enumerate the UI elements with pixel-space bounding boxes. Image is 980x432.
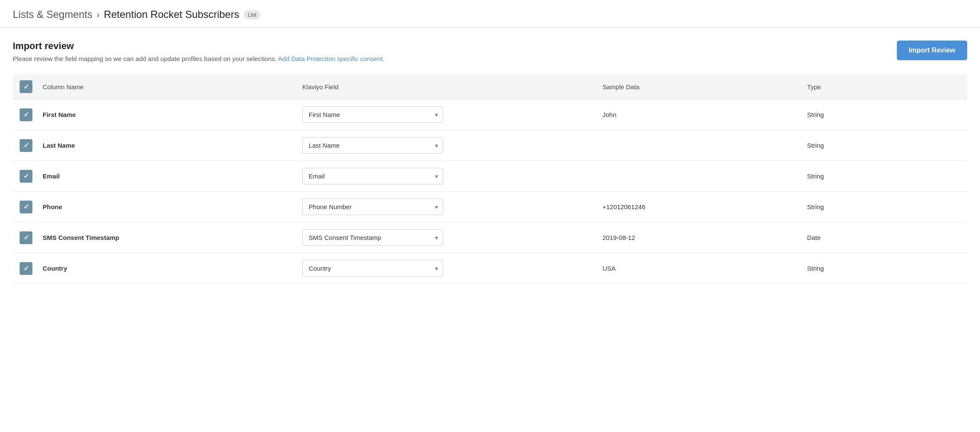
klaviyo-field-select[interactable]: Phone Number [302,198,443,215]
row-column-name: Last Name [36,130,296,161]
table-row: Last NameLast Name▾String [13,130,967,161]
row-type: String [800,192,967,222]
breadcrumb-arrow: › [97,10,100,20]
breadcrumb: Lists & Segments › Retention Rocket Subs… [0,0,980,28]
table-row: First NameFirst Name▾JohnString [13,99,967,130]
table-row: EmailEmail▾String [13,161,967,192]
row-checkbox[interactable] [20,170,32,183]
import-review-text: Import review Please review the field ma… [13,41,384,62]
row-sample-data: John [596,99,800,130]
header-checkbox-cell [13,74,36,99]
row-sample-data: +12012061246 [596,192,800,222]
row-klaviyo-field[interactable]: Last Name▾ [296,130,596,161]
import-review-button[interactable]: Import Review [897,41,967,60]
header-klaviyo-field: Klaviyo Field [296,74,596,99]
import-review-description: Please review the field mapping so we ca… [13,55,384,62]
row-checkbox[interactable] [20,231,32,244]
row-column-name: SMS Consent Timestamp [36,222,296,253]
import-review-title: Import review [13,41,384,52]
table-row: SMS Consent TimestampSMS Consent Timesta… [13,222,967,253]
row-column-name: Country [36,253,296,284]
row-checkbox-cell [13,99,36,130]
row-sample-data: 2019-08-12 [596,222,800,253]
row-checkbox[interactable] [20,108,32,121]
row-type: String [800,130,967,161]
table-row: CountryCountry▾USAString [13,253,967,284]
header-sample-data: Sample Data [596,74,800,99]
row-checkbox-cell [13,253,36,284]
table-header-row: Column Name Klaviyo Field Sample Data Ty… [13,74,967,99]
row-klaviyo-field[interactable]: First Name▾ [296,99,596,130]
row-type: Date [800,222,967,253]
row-klaviyo-field[interactable]: SMS Consent Timestamp▾ [296,222,596,253]
row-sample-data [596,161,800,192]
header-column-name: Column Name [36,74,296,99]
header-type: Type [800,74,967,99]
breadcrumb-current: Retention Rocket Subscribers [104,9,239,20]
row-type: String [800,253,967,284]
row-checkbox[interactable] [20,201,32,213]
breadcrumb-parent[interactable]: Lists & Segments [13,9,93,20]
header-checkbox[interactable] [20,80,32,93]
mapping-table: Column Name Klaviyo Field Sample Data Ty… [13,74,967,284]
list-badge: List [244,10,261,19]
row-checkbox-cell [13,161,36,192]
main-content: Import review Please review the field ma… [0,28,980,297]
row-klaviyo-field[interactable]: Email▾ [296,161,596,192]
row-checkbox-cell [13,130,36,161]
klaviyo-field-select[interactable]: SMS Consent Timestamp [302,229,443,246]
row-sample-data: USA [596,253,800,284]
data-protection-link[interactable]: Add Data Protection specific consent. [278,55,384,62]
row-type: String [800,161,967,192]
row-checkbox-cell [13,222,36,253]
table-row: PhonePhone Number▾+12012061246String [13,192,967,222]
row-checkbox-cell [13,192,36,222]
import-review-header: Import review Please review the field ma… [13,41,967,62]
row-sample-data [596,130,800,161]
row-klaviyo-field[interactable]: Country▾ [296,253,596,284]
row-column-name: Phone [36,192,296,222]
row-column-name: Email [36,161,296,192]
row-checkbox[interactable] [20,139,32,152]
row-type: String [800,99,967,130]
klaviyo-field-select[interactable]: Last Name [302,137,443,154]
klaviyo-field-select[interactable]: Country [302,260,443,277]
row-klaviyo-field[interactable]: Phone Number▾ [296,192,596,222]
row-checkbox[interactable] [20,262,32,275]
row-column-name: First Name [36,99,296,130]
klaviyo-field-select[interactable]: First Name [302,106,443,123]
klaviyo-field-select[interactable]: Email [302,168,443,184]
